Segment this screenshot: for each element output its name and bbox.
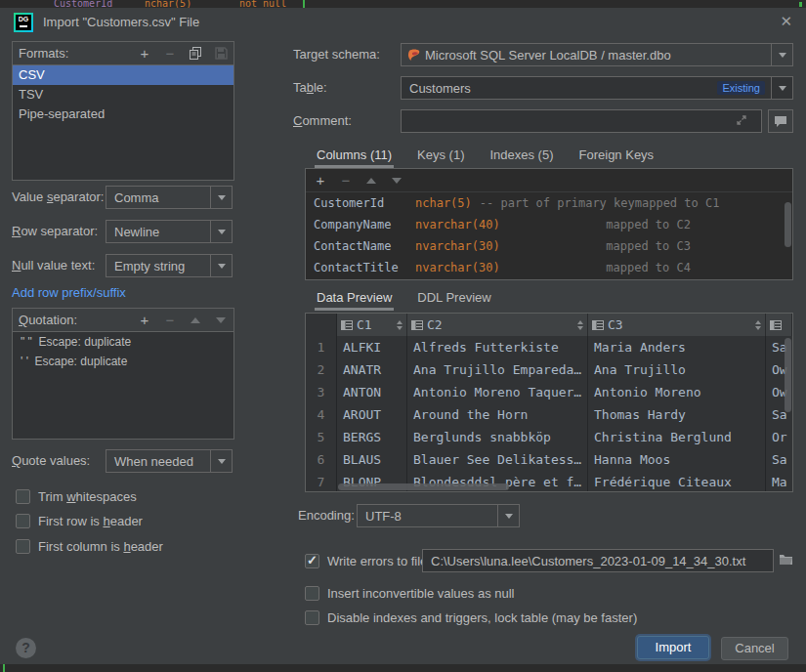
insert-inconvertible-checkbox[interactable]: Insert inconvertible values as null: [305, 584, 515, 602]
grid-header-c4[interactable]: [766, 314, 792, 336]
horizontal-scrollbar[interactable]: [338, 483, 509, 490]
quote-values-select[interactable]: When needed: [106, 449, 233, 473]
quotation-label: Quotation:: [19, 313, 77, 327]
checkbox-box[interactable]: [16, 514, 30, 528]
table-row[interactable]: 4AROUTAround the HornThomas HardySa: [306, 403, 792, 426]
quotation-item[interactable]: " " Escape: duplicate: [13, 332, 233, 352]
tab-keys[interactable]: Keys (1): [415, 145, 466, 168]
value-separator-select[interactable]: Comma: [106, 186, 233, 209]
columns-editor: + − CustomerIdnchar(5)-- part of primary…: [305, 168, 793, 280]
tab-indexes[interactable]: Indexes (5): [488, 145, 555, 168]
background-editor-strip: CustomerId nchar(5) not null: [0, 0, 806, 8]
add-column-icon[interactable]: +: [314, 174, 327, 188]
remove-format-icon[interactable]: −: [163, 47, 177, 61]
editor-gutter-mark: [3, 664, 5, 672]
checkbox-box[interactable]: [16, 489, 30, 504]
formats-panel-header: Formats: + −: [13, 42, 233, 65]
null-value-text-select[interactable]: Empty string: [106, 254, 233, 277]
table-row[interactable]: 6BLAUSBlauer See Delikatess…Hanna MoosSa: [306, 448, 792, 471]
expand-icon[interactable]: [736, 114, 747, 129]
encoding-select[interactable]: UTF-8: [357, 504, 520, 527]
add-format-icon[interactable]: +: [138, 47, 151, 61]
quotation-item[interactable]: ' ' Escape: duplicate: [13, 352, 233, 371]
chevron-down-icon[interactable]: [210, 221, 232, 242]
grid-header-c1[interactable]: C1: [337, 314, 407, 336]
column-def-row[interactable]: ContactNamenvarchar(30)mapped to C3: [306, 235, 792, 257]
comment-bubble-icon: [774, 115, 787, 128]
target-schema-select[interactable]: Microsoft SQL Server LocalDB / master.db…: [401, 43, 793, 66]
close-icon[interactable]: ✕: [780, 13, 792, 30]
chevron-down-icon[interactable]: [771, 44, 792, 65]
column-def-row[interactable]: CompanyNamenvarchar(40)mapped to C2: [306, 214, 792, 235]
first-column-is-header-checkbox[interactable]: First column is header: [16, 537, 163, 555]
sort-icon[interactable]: [755, 320, 761, 330]
table-row[interactable]: 1ALFKIAlfreds FutterkisteMaria AndersSa: [306, 336, 792, 358]
disable-indexes-checkbox[interactable]: Disable indexes and triggers, lock table…: [305, 609, 637, 626]
cancel-button[interactable]: Cancel: [721, 637, 788, 660]
column-def-row[interactable]: CustomerIdnchar(5)-- part of primary key…: [306, 192, 792, 214]
checkbox-box[interactable]: [305, 586, 319, 601]
add-quotation-icon[interactable]: +: [138, 314, 151, 327]
chevron-down-icon[interactable]: [210, 450, 232, 472]
row-separator-select[interactable]: Newline: [106, 220, 233, 243]
existing-badge: Existing: [717, 81, 765, 95]
move-column-down-icon: [390, 174, 403, 188]
copy-format-icon[interactable]: [189, 47, 202, 61]
code-token: nchar(5): [145, 0, 191, 8]
encoding-label: Encoding:: [298, 504, 355, 527]
format-item-pipe[interactable]: Pipe-separated: [13, 105, 233, 124]
dialog-titlebar: DG Import "Customers.csv" File ✕: [0, 8, 806, 37]
tab-foreign-keys[interactable]: Foreign Keys: [577, 145, 657, 168]
chevron-down-icon[interactable]: [497, 505, 519, 526]
table-row[interactable]: 3ANTONAntonio Moreno Taquer…Antonio More…: [306, 381, 792, 403]
columns-toolbar: + −: [306, 169, 792, 192]
table-label: Table:: [293, 76, 327, 100]
quotation-panel-header: Quotation: + −: [13, 309, 233, 332]
columns-scrollbar[interactable]: [785, 202, 791, 247]
table-row[interactable]: 2ANATRAna Trujillo Empareda…Ana Trujillo…: [306, 358, 792, 381]
column-icon: [341, 319, 353, 331]
grid-vertical-scrollbar[interactable]: [785, 338, 791, 412]
import-button[interactable]: Import: [637, 636, 709, 659]
checkbox-box[interactable]: [305, 610, 319, 625]
format-item-csv[interactable]: CSV: [13, 65, 233, 85]
quote-values-label: Quote values:: [12, 449, 90, 473]
move-column-up-icon: [364, 174, 378, 188]
remove-quotation-icon: −: [163, 314, 177, 327]
preview-tabs: Data Preview DDL Preview: [315, 287, 493, 311]
code-token: not null: [239, 0, 286, 8]
sort-icon[interactable]: [397, 320, 403, 330]
chevron-down-icon[interactable]: [210, 255, 232, 276]
table-select[interactable]: Customers Existing: [401, 76, 793, 100]
checkbox-box[interactable]: [305, 554, 319, 568]
data-preview-grid: C1 C2 C3 1ALFKIAlfreds Futter: [305, 313, 793, 492]
sort-icon[interactable]: [577, 320, 583, 330]
first-row-is-header-checkbox[interactable]: First row is header: [16, 512, 143, 529]
checkbox-box[interactable]: [16, 539, 30, 554]
target-schema-label: Target schema:: [293, 43, 380, 66]
browse-folder-icon[interactable]: [779, 553, 793, 568]
comment-input[interactable]: [401, 109, 762, 133]
tab-columns[interactable]: Columns (11): [315, 145, 394, 168]
error-stripe-mark: [799, 2, 802, 7]
grid-corner: [306, 314, 337, 336]
tab-data-preview[interactable]: Data Preview: [315, 287, 394, 311]
grid-header-c2[interactable]: C2: [407, 314, 588, 336]
add-row-prefix-suffix-link[interactable]: Add row prefix/suffix: [12, 285, 126, 300]
write-errors-checkbox[interactable]: Write errors to file:: [305, 552, 431, 569]
grid-header-c3[interactable]: C3: [588, 314, 766, 336]
format-item-tsv[interactable]: TSV: [13, 85, 233, 105]
datagrip-logo-icon: DG: [14, 13, 33, 32]
trim-whitespaces-checkbox[interactable]: Trim whitespaces: [16, 487, 137, 505]
chevron-down-icon[interactable]: [210, 187, 232, 208]
comment-bubble-button[interactable]: [768, 109, 793, 133]
tab-ddl-preview[interactable]: DDL Preview: [415, 287, 492, 311]
column-icon: [411, 319, 423, 331]
chevron-down-icon[interactable]: [771, 77, 792, 99]
help-button[interactable]: ?: [16, 638, 36, 658]
grid-header-row: C1 C2 C3: [306, 314, 792, 336]
error-file-path-input[interactable]: C:\Users\luna.lee\Customers_2023-01-09_1…: [422, 549, 774, 572]
column-def-row[interactable]: ContactTitlenvarchar(30)mapped to C4: [306, 257, 792, 278]
table-row[interactable]: 5BERGSBerglunds snabbköpChristina Berglu…: [306, 426, 792, 448]
background-editor-strip-bottom: [0, 664, 806, 672]
